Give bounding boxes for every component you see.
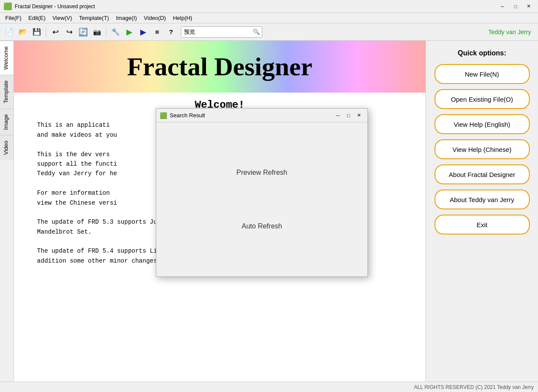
window-title: Fractal Designer - Unsaved project: [15, 3, 496, 10]
toolbar-separator-1: [46, 27, 46, 37]
menu-view[interactable]: View(V): [49, 13, 75, 23]
refresh-icon[interactable]: 🔄: [77, 26, 90, 39]
preview-refresh-result[interactable]: Preview Refresh: [236, 169, 287, 177]
toolbar: 📄 📂 💾 ↩ ↪ 🔄 📷 🔧 ▶ ▶ ■ ? 🔍 Teddy van Jerr…: [0, 23, 538, 41]
right-sidebar: Quick options: New File(N) Open Existing…: [425, 41, 538, 382]
minimize-button[interactable]: ─: [496, 2, 509, 11]
menu-video[interactable]: Video(D): [140, 13, 169, 23]
username-label: Teddy van Jerry: [488, 29, 535, 35]
welcome-banner: Fractal Designer: [14, 41, 425, 93]
toolbar-separator-2: [106, 27, 106, 37]
view-help-zh-button[interactable]: View Help (Chinese): [435, 139, 530, 159]
dialog-maximize-button[interactable]: □: [343, 111, 354, 120]
banner-title: Fractal Designer: [127, 52, 312, 82]
menu-image[interactable]: Image(I): [113, 13, 140, 23]
open-icon[interactable]: 📂: [16, 26, 29, 39]
redo-icon[interactable]: ↪: [63, 26, 76, 39]
tab-image[interactable]: Image: [0, 109, 13, 135]
new-icon[interactable]: 📄: [3, 26, 16, 39]
settings-icon[interactable]: 🔧: [109, 26, 122, 39]
search-dialog-titlebar: 🟩 Search Result ─ □ ✕: [156, 109, 367, 122]
menu-file[interactable]: File(F): [2, 13, 25, 23]
view-help-en-button[interactable]: View Help (English): [435, 114, 530, 134]
search-input[interactable]: [181, 27, 251, 37]
tab-template[interactable]: Template: [0, 75, 13, 109]
undo-icon[interactable]: ↩: [49, 26, 62, 39]
status-text: ALL RIGHTS RESERVED (C) 2021 Teddy van J…: [414, 384, 534, 390]
about-tvj-button[interactable]: About Teddy van Jerry: [435, 190, 530, 209]
help-icon[interactable]: ?: [164, 26, 177, 39]
play-blue-icon[interactable]: ▶: [137, 26, 150, 39]
play-green-icon[interactable]: ▶: [123, 26, 136, 39]
save-icon[interactable]: 💾: [30, 26, 43, 39]
side-tabs: Welcome Template Image Video: [0, 41, 14, 382]
search-dialog-title: Search Result: [170, 112, 333, 119]
new-file-button[interactable]: New File(N): [435, 64, 530, 84]
maximize-button[interactable]: □: [509, 2, 522, 11]
exit-button[interactable]: Exit: [435, 215, 530, 235]
tab-welcome[interactable]: Welcome: [0, 41, 13, 75]
status-bar: ALL RIGHTS RESERVED (C) 2021 Teddy van J…: [0, 382, 538, 392]
menu-template[interactable]: Template(T): [76, 13, 113, 23]
auto-refresh-result[interactable]: Auto Refresh: [242, 222, 282, 230]
tab-video[interactable]: Video: [0, 135, 13, 160]
quick-options-title: Quick options:: [458, 49, 506, 57]
close-window-button[interactable]: ✕: [522, 2, 535, 11]
app-icon: 🟩: [3, 2, 12, 10]
dialog-close-button[interactable]: ✕: [354, 111, 364, 120]
search-result-dialog[interactable]: 🟩 Search Result ─ □ ✕ Preview Refresh Au…: [156, 108, 368, 277]
search-dialog-icon: 🟩: [160, 112, 167, 119]
menu-help[interactable]: Help(H): [169, 13, 196, 23]
search-dialog-content: Preview Refresh Auto Refresh: [156, 122, 367, 276]
about-frd-button[interactable]: About Fractal Designer: [435, 164, 530, 184]
stop-icon[interactable]: ■: [151, 26, 164, 39]
title-bar: 🟩 Fractal Designer - Unsaved project ─ □…: [0, 0, 538, 13]
search-box: 🔍: [181, 26, 262, 38]
open-file-button[interactable]: Open Existing File(O): [435, 89, 530, 109]
menu-edit[interactable]: Edit(E): [25, 13, 49, 23]
search-button[interactable]: 🔍: [251, 26, 262, 38]
menu-bar: File(F) Edit(E) View(V) Template(T) Imag…: [0, 13, 538, 23]
snapshot-icon[interactable]: 📷: [90, 26, 103, 39]
window-controls: ─ □ ✕: [496, 2, 535, 11]
dialog-minimize-button[interactable]: ─: [333, 111, 343, 120]
